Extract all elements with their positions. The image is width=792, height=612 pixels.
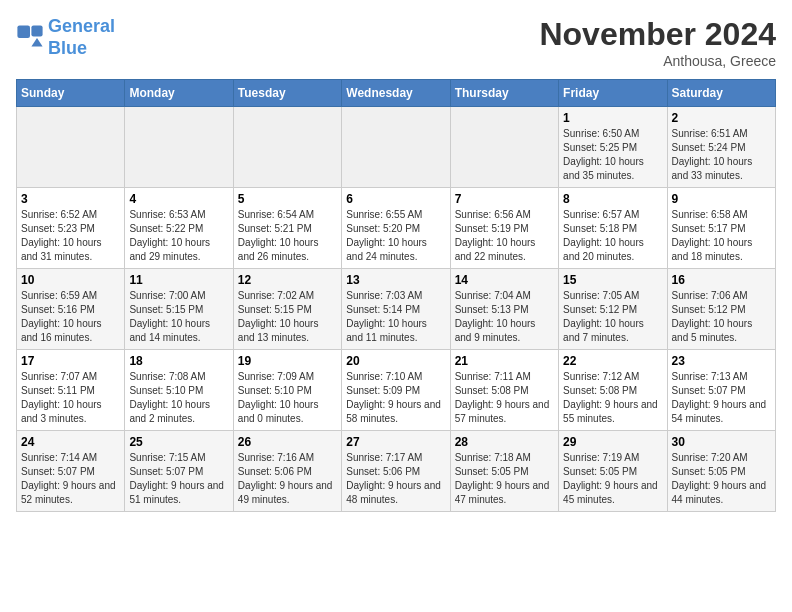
day-number: 17: [21, 354, 120, 368]
day-number: 1: [563, 111, 662, 125]
day-info: Sunrise: 7:08 AM Sunset: 5:10 PM Dayligh…: [129, 370, 228, 426]
day-number: 9: [672, 192, 771, 206]
calendar-cell: [125, 107, 233, 188]
calendar-cell: 17Sunrise: 7:07 AM Sunset: 5:11 PM Dayli…: [17, 350, 125, 431]
day-info: Sunrise: 6:53 AM Sunset: 5:22 PM Dayligh…: [129, 208, 228, 264]
day-number: 10: [21, 273, 120, 287]
calendar-cell: 11Sunrise: 7:00 AM Sunset: 5:15 PM Dayli…: [125, 269, 233, 350]
day-info: Sunrise: 7:15 AM Sunset: 5:07 PM Dayligh…: [129, 451, 228, 507]
calendar-cell: 1Sunrise: 6:50 AM Sunset: 5:25 PM Daylig…: [559, 107, 667, 188]
day-info: Sunrise: 7:12 AM Sunset: 5:08 PM Dayligh…: [563, 370, 662, 426]
day-number: 25: [129, 435, 228, 449]
day-info: Sunrise: 6:58 AM Sunset: 5:17 PM Dayligh…: [672, 208, 771, 264]
calendar-cell: 20Sunrise: 7:10 AM Sunset: 5:09 PM Dayli…: [342, 350, 450, 431]
svg-marker-2: [31, 38, 42, 46]
calendar-cell: 3Sunrise: 6:52 AM Sunset: 5:23 PM Daylig…: [17, 188, 125, 269]
svg-rect-1: [31, 25, 42, 36]
day-info: Sunrise: 7:02 AM Sunset: 5:15 PM Dayligh…: [238, 289, 337, 345]
calendar-cell: 2Sunrise: 6:51 AM Sunset: 5:24 PM Daylig…: [667, 107, 775, 188]
day-number: 20: [346, 354, 445, 368]
day-number: 13: [346, 273, 445, 287]
calendar-cell: 6Sunrise: 6:55 AM Sunset: 5:20 PM Daylig…: [342, 188, 450, 269]
day-number: 15: [563, 273, 662, 287]
calendar-cell: 5Sunrise: 6:54 AM Sunset: 5:21 PM Daylig…: [233, 188, 341, 269]
calendar-cell: [342, 107, 450, 188]
day-number: 19: [238, 354, 337, 368]
calendar-week-1: 1Sunrise: 6:50 AM Sunset: 5:25 PM Daylig…: [17, 107, 776, 188]
day-info: Sunrise: 7:17 AM Sunset: 5:06 PM Dayligh…: [346, 451, 445, 507]
calendar-cell: 25Sunrise: 7:15 AM Sunset: 5:07 PM Dayli…: [125, 431, 233, 512]
calendar-header-row: SundayMondayTuesdayWednesdayThursdayFrid…: [17, 80, 776, 107]
day-number: 8: [563, 192, 662, 206]
day-info: Sunrise: 7:11 AM Sunset: 5:08 PM Dayligh…: [455, 370, 554, 426]
day-number: 7: [455, 192, 554, 206]
day-number: 30: [672, 435, 771, 449]
logo-icon: [16, 24, 44, 52]
day-number: 4: [129, 192, 228, 206]
day-info: Sunrise: 7:10 AM Sunset: 5:09 PM Dayligh…: [346, 370, 445, 426]
calendar-cell: 28Sunrise: 7:18 AM Sunset: 5:05 PM Dayli…: [450, 431, 558, 512]
calendar-cell: 14Sunrise: 7:04 AM Sunset: 5:13 PM Dayli…: [450, 269, 558, 350]
page-header: GeneralBlue November 2024 Anthousa, Gree…: [16, 16, 776, 69]
day-info: Sunrise: 7:18 AM Sunset: 5:05 PM Dayligh…: [455, 451, 554, 507]
day-info: Sunrise: 7:05 AM Sunset: 5:12 PM Dayligh…: [563, 289, 662, 345]
svg-rect-0: [17, 25, 30, 38]
day-number: 28: [455, 435, 554, 449]
location: Anthousa, Greece: [539, 53, 776, 69]
day-number: 29: [563, 435, 662, 449]
day-info: Sunrise: 7:13 AM Sunset: 5:07 PM Dayligh…: [672, 370, 771, 426]
weekday-header-wednesday: Wednesday: [342, 80, 450, 107]
day-info: Sunrise: 7:03 AM Sunset: 5:14 PM Dayligh…: [346, 289, 445, 345]
calendar-cell: [450, 107, 558, 188]
weekday-header-monday: Monday: [125, 80, 233, 107]
calendar-cell: 12Sunrise: 7:02 AM Sunset: 5:15 PM Dayli…: [233, 269, 341, 350]
day-info: Sunrise: 7:07 AM Sunset: 5:11 PM Dayligh…: [21, 370, 120, 426]
calendar-week-2: 3Sunrise: 6:52 AM Sunset: 5:23 PM Daylig…: [17, 188, 776, 269]
day-info: Sunrise: 7:00 AM Sunset: 5:15 PM Dayligh…: [129, 289, 228, 345]
day-info: Sunrise: 6:59 AM Sunset: 5:16 PM Dayligh…: [21, 289, 120, 345]
day-number: 5: [238, 192, 337, 206]
day-number: 12: [238, 273, 337, 287]
day-info: Sunrise: 6:56 AM Sunset: 5:19 PM Dayligh…: [455, 208, 554, 264]
day-info: Sunrise: 7:06 AM Sunset: 5:12 PM Dayligh…: [672, 289, 771, 345]
day-number: 27: [346, 435, 445, 449]
calendar-cell: 8Sunrise: 6:57 AM Sunset: 5:18 PM Daylig…: [559, 188, 667, 269]
day-info: Sunrise: 6:57 AM Sunset: 5:18 PM Dayligh…: [563, 208, 662, 264]
day-info: Sunrise: 7:04 AM Sunset: 5:13 PM Dayligh…: [455, 289, 554, 345]
day-number: 18: [129, 354, 228, 368]
day-info: Sunrise: 7:09 AM Sunset: 5:10 PM Dayligh…: [238, 370, 337, 426]
calendar-cell: 29Sunrise: 7:19 AM Sunset: 5:05 PM Dayli…: [559, 431, 667, 512]
day-number: 26: [238, 435, 337, 449]
day-number: 23: [672, 354, 771, 368]
day-info: Sunrise: 6:55 AM Sunset: 5:20 PM Dayligh…: [346, 208, 445, 264]
calendar-cell: 4Sunrise: 6:53 AM Sunset: 5:22 PM Daylig…: [125, 188, 233, 269]
weekday-header-sunday: Sunday: [17, 80, 125, 107]
calendar-week-3: 10Sunrise: 6:59 AM Sunset: 5:16 PM Dayli…: [17, 269, 776, 350]
calendar-cell: 7Sunrise: 6:56 AM Sunset: 5:19 PM Daylig…: [450, 188, 558, 269]
day-number: 24: [21, 435, 120, 449]
day-number: 2: [672, 111, 771, 125]
calendar-cell: 15Sunrise: 7:05 AM Sunset: 5:12 PM Dayli…: [559, 269, 667, 350]
calendar-table: SundayMondayTuesdayWednesdayThursdayFrid…: [16, 79, 776, 512]
calendar-cell: 10Sunrise: 6:59 AM Sunset: 5:16 PM Dayli…: [17, 269, 125, 350]
calendar-cell: 9Sunrise: 6:58 AM Sunset: 5:17 PM Daylig…: [667, 188, 775, 269]
day-number: 14: [455, 273, 554, 287]
weekday-header-friday: Friday: [559, 80, 667, 107]
calendar-cell: 27Sunrise: 7:17 AM Sunset: 5:06 PM Dayli…: [342, 431, 450, 512]
day-info: Sunrise: 6:50 AM Sunset: 5:25 PM Dayligh…: [563, 127, 662, 183]
calendar-cell: [17, 107, 125, 188]
calendar-cell: [233, 107, 341, 188]
day-info: Sunrise: 6:52 AM Sunset: 5:23 PM Dayligh…: [21, 208, 120, 264]
calendar-week-4: 17Sunrise: 7:07 AM Sunset: 5:11 PM Dayli…: [17, 350, 776, 431]
day-info: Sunrise: 6:54 AM Sunset: 5:21 PM Dayligh…: [238, 208, 337, 264]
day-number: 11: [129, 273, 228, 287]
calendar-cell: 30Sunrise: 7:20 AM Sunset: 5:05 PM Dayli…: [667, 431, 775, 512]
calendar-cell: 22Sunrise: 7:12 AM Sunset: 5:08 PM Dayli…: [559, 350, 667, 431]
logo: GeneralBlue: [16, 16, 115, 59]
day-info: Sunrise: 7:16 AM Sunset: 5:06 PM Dayligh…: [238, 451, 337, 507]
calendar-cell: 21Sunrise: 7:11 AM Sunset: 5:08 PM Dayli…: [450, 350, 558, 431]
day-info: Sunrise: 6:51 AM Sunset: 5:24 PM Dayligh…: [672, 127, 771, 183]
day-info: Sunrise: 7:14 AM Sunset: 5:07 PM Dayligh…: [21, 451, 120, 507]
day-number: 3: [21, 192, 120, 206]
logo-name: GeneralBlue: [48, 16, 115, 59]
